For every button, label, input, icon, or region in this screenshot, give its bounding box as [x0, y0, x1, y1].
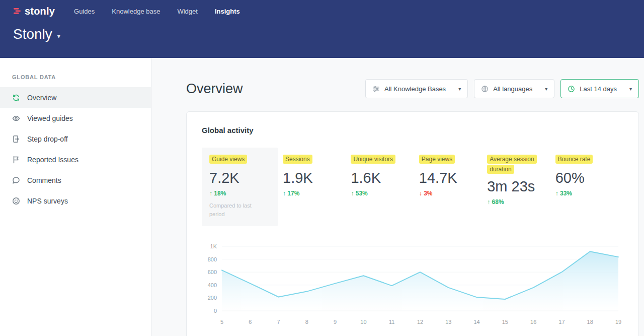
globe-icon	[481, 85, 489, 93]
clock-icon	[568, 85, 575, 93]
nav-item-widget[interactable]: Widget	[177, 8, 197, 15]
metric-label: Bounce rate	[555, 155, 593, 164]
sidebar-item-label: Viewed guides	[27, 114, 73, 122]
overview-refresh-icon	[12, 94, 20, 102]
chevron-down-icon: ▾	[629, 86, 632, 92]
metric-label: Sessions	[283, 155, 312, 164]
smiley-icon	[12, 197, 20, 205]
metric-value: 1.6K	[351, 170, 419, 186]
svg-text:5: 5	[220, 319, 223, 325]
sidebar-item-label: Reported Issues	[27, 156, 78, 164]
svg-text:800: 800	[208, 256, 217, 262]
metric-guide-views[interactable]: Guide views 7.2K ↑ 18% Compared to last …	[202, 148, 278, 226]
metric-value: 1.9K	[283, 170, 351, 186]
svg-text:200: 200	[208, 295, 217, 301]
comment-icon	[12, 176, 20, 184]
svg-text:12: 12	[417, 319, 423, 325]
nav-item-guides[interactable]: Guides	[74, 8, 95, 15]
metric-change: ↑ 17%	[283, 190, 351, 197]
metric-avg-session-duration[interactable]: Average session duration 3m 23s ↑ 68%	[487, 148, 555, 206]
nav-item-insights[interactable]: Insights	[215, 8, 240, 15]
metric-label: Page views	[419, 155, 455, 164]
metric-value: 14.7K	[419, 170, 487, 186]
svg-text:7: 7	[277, 319, 280, 325]
global-activity-chart: 02004006008001K5678910111213141516171819	[202, 240, 623, 330]
metric-change: ↑ 53%	[351, 190, 419, 197]
svg-text:400: 400	[208, 282, 217, 288]
metric-change: ↑ 18%	[209, 190, 270, 197]
sidebar-item-reported-issues[interactable]: Reported Issues	[0, 149, 151, 170]
languages-filter-label: All languages	[493, 85, 532, 93]
svg-text:15: 15	[502, 319, 508, 325]
flag-icon	[12, 156, 20, 164]
metric-value: 3m 23s	[487, 178, 555, 195]
metric-value: 7.2K	[209, 170, 270, 186]
metric-note: Compared to last period	[209, 201, 265, 218]
metric-label: Guide views	[209, 155, 247, 164]
step-dropoff-icon	[12, 135, 20, 143]
svg-text:10: 10	[360, 319, 366, 325]
svg-text:6: 6	[249, 319, 252, 325]
chevron-down-icon: ▾	[545, 86, 547, 92]
filters: All Knowledge Bases ▾ All languages ▾	[365, 79, 639, 98]
svg-text:14: 14	[473, 319, 479, 325]
date-range-filter[interactable]: Last 14 days ▾	[560, 79, 639, 98]
metric-unique-visitors[interactable]: Unique visitors 1.6K ↑ 53%	[351, 148, 419, 197]
app-header: stonly Guides Knowledge base Widget Insi…	[0, 0, 644, 58]
sidebar-item-nps-surveys[interactable]: NPS surveys	[0, 190, 151, 211]
sidebar-section-label: GLOBAL DATA	[12, 74, 151, 80]
sidebar-item-step-drop-off[interactable]: Step drop-off	[0, 128, 151, 149]
sidebar-item-label: Step drop-off	[27, 135, 68, 143]
svg-text:18: 18	[587, 319, 593, 325]
metric-page-views[interactable]: Page views 14.7K ↓ 3%	[419, 148, 487, 197]
svg-text:9: 9	[334, 319, 337, 325]
main-content: Overview All Knowledge Bases ▾	[151, 58, 644, 336]
languages-filter[interactable]: All languages ▾	[474, 79, 554, 98]
workspace-title[interactable]: Stonly	[13, 26, 52, 42]
metric-bounce-rate[interactable]: Bounce rate 60% ↑ 33%	[555, 148, 623, 197]
svg-text:8: 8	[305, 319, 308, 325]
chart-wrap: 02004006008001K5678910111213141516171819	[202, 240, 623, 330]
metric-label: Average session duration	[487, 155, 537, 174]
svg-text:19: 19	[615, 319, 621, 325]
sidebar-item-comments[interactable]: Comments	[0, 170, 151, 190]
knowledge-bases-filter-label: All Knowledge Bases	[384, 85, 446, 93]
sidebar-item-label: NPS surveys	[27, 197, 68, 205]
workspace-dropdown-caret-icon[interactable]: ▾	[57, 33, 60, 40]
sidebar-item-label: Comments	[27, 176, 61, 184]
sidebar-item-viewed-guides[interactable]: Viewed guides	[0, 108, 151, 128]
sidebar: GLOBAL DATA Overview Viewed guides	[0, 58, 151, 336]
sliders-icon	[372, 85, 380, 93]
sidebar-item-overview[interactable]: Overview	[0, 87, 151, 108]
stonly-logo-icon	[13, 7, 21, 15]
svg-text:11: 11	[389, 319, 394, 325]
workspace-row: Stonly ▾	[0, 22, 644, 42]
global-activity-card: Global activity Guide views 7.2K ↑ 18% C…	[186, 111, 639, 336]
top-navigation: stonly Guides Knowledge base Widget Insi…	[0, 0, 644, 22]
knowledge-bases-filter[interactable]: All Knowledge Bases ▾	[365, 79, 468, 98]
metric-change: ↓ 3%	[419, 190, 487, 197]
metrics-row: Guide views 7.2K ↑ 18% Compared to last …	[202, 148, 623, 226]
metric-value: 60%	[555, 170, 623, 186]
metric-label: Unique visitors	[351, 155, 395, 164]
content: GLOBAL DATA Overview Viewed guides	[0, 58, 644, 336]
topnav-items: Guides Knowledge base Widget Insights	[74, 8, 240, 15]
main-head: Overview All Knowledge Bases ▾	[186, 79, 639, 98]
svg-text:600: 600	[208, 269, 217, 275]
metric-sessions[interactable]: Sessions 1.9K ↑ 17%	[283, 148, 351, 197]
svg-text:1K: 1K	[210, 243, 217, 249]
page-title: Overview	[186, 81, 243, 97]
metric-change: ↑ 68%	[487, 198, 555, 206]
chevron-down-icon: ▾	[458, 86, 461, 92]
svg-text:0: 0	[214, 308, 217, 314]
metric-change: ↑ 33%	[555, 190, 623, 197]
svg-text:16: 16	[530, 319, 536, 325]
stonly-logo-text: stonly	[25, 6, 55, 17]
card-title: Global activity	[202, 126, 623, 135]
date-range-filter-label: Last 14 days	[580, 85, 617, 93]
stonly-logo[interactable]: stonly	[13, 6, 55, 17]
svg-text:17: 17	[558, 319, 565, 325]
sidebar-item-label: Overview	[27, 94, 56, 102]
svg-text:13: 13	[445, 319, 451, 325]
nav-item-knowledge-base[interactable]: Knowledge base	[112, 8, 160, 15]
